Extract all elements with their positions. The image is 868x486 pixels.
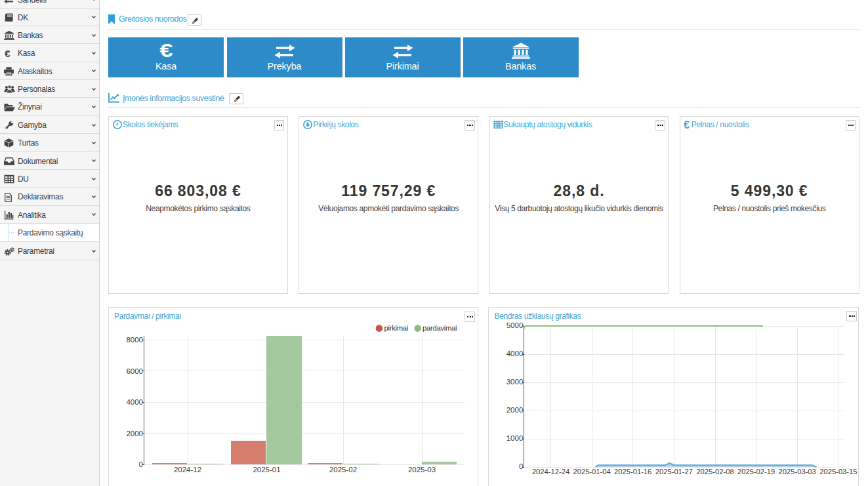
svg-text:6000: 6000 — [126, 367, 143, 375]
svg-text:2024-12: 2024-12 — [173, 466, 201, 474]
svg-text:2025-01-04: 2025-01-04 — [573, 468, 610, 476]
svg-text:2025-01-27: 2025-01-27 — [655, 468, 692, 476]
svg-text:2025-03: 2025-03 — [407, 466, 435, 474]
svg-text:pirkimai: pirkimai — [384, 324, 408, 332]
svg-text:pardavimai: pardavimai — [423, 324, 457, 332]
svg-text:0: 0 — [518, 462, 522, 470]
svg-text:2025-03-03: 2025-03-03 — [778, 468, 816, 476]
svg-text:€: € — [5, 49, 10, 58]
svg-text:2025-02-08: 2025-02-08 — [696, 468, 734, 476]
svg-text:2025-03-15: 2025-03-15 — [819, 468, 857, 476]
svg-text:2000: 2000 — [506, 406, 523, 414]
svg-text:2025-01-16: 2025-01-16 — [614, 468, 651, 476]
svg-text:8000: 8000 — [126, 336, 143, 344]
svg-text:2024-12-24: 2024-12-24 — [531, 468, 569, 476]
svg-text:€: € — [684, 120, 690, 130]
svg-text:2000: 2000 — [126, 430, 143, 437]
svg-text:2025-02: 2025-02 — [329, 466, 356, 474]
svg-text:4000: 4000 — [126, 398, 143, 406]
svg-text:5000: 5000 — [506, 321, 523, 329]
svg-text:1000: 1000 — [506, 434, 523, 442]
svg-text:2025-01: 2025-01 — [253, 466, 280, 474]
svg-text:4000: 4000 — [506, 350, 523, 357]
svg-text:0: 0 — [138, 460, 142, 468]
svg-text:3000: 3000 — [506, 378, 523, 386]
svg-text:2025-02-19: 2025-02-19 — [737, 468, 774, 476]
